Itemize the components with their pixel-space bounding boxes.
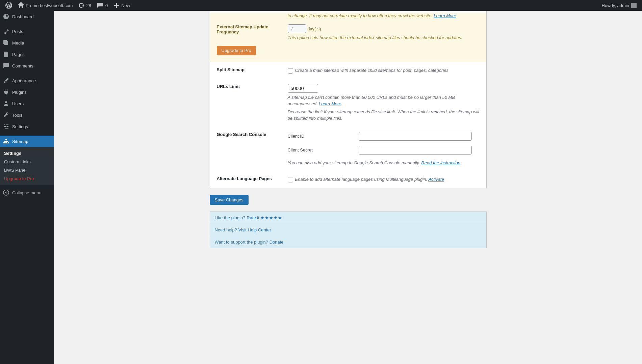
client-secret-label: Client Secret — [288, 147, 359, 152]
wp-logo[interactable] — [3, 0, 15, 11]
page-icon — [3, 51, 9, 58]
limit-input[interactable] — [288, 84, 318, 93]
my-account[interactable]: Howdy, admin — [599, 0, 639, 11]
comment-icon — [97, 2, 103, 9]
comments-bubble[interactable]: 0 — [94, 0, 110, 11]
menu-plugins[interactable]: Plugins — [0, 86, 54, 98]
refresh-icon — [78, 2, 85, 9]
pro-zone: to change. It may not correlate exactly … — [210, 12, 486, 62]
donate-link[interactable]: Donate — [269, 240, 284, 245]
footer-boxes: Like the plugin? Rate it ★★★★★ Need help… — [210, 212, 487, 248]
menu-appearance[interactable]: Appearance — [0, 75, 54, 86]
sliders-icon — [3, 123, 9, 130]
dashboard-icon — [3, 13, 9, 20]
split-checkbox-label[interactable]: Create a main sitemap with separate chil… — [288, 68, 449, 73]
needhelp-text: Need help? — [215, 227, 237, 232]
sub-custom-links[interactable]: Custom Links — [0, 158, 54, 166]
submenu-sitemap: Settings Custom Links BWS Panel Upgrade … — [0, 147, 54, 185]
ext-unit-label: day(-s) — [307, 26, 321, 31]
gsc-desc: You can also add your sitemap to Google … — [288, 160, 421, 165]
menu-settings[interactable]: Settings — [0, 121, 54, 132]
limit-desc1: A sitemap file can't contain more than 5… — [288, 95, 455, 107]
split-checkbox[interactable] — [288, 68, 293, 74]
limit-learn-more[interactable]: Learn More — [319, 101, 341, 106]
plus-icon — [113, 2, 120, 9]
menu-users[interactable]: Users — [0, 98, 54, 109]
change-freq-desc: to change. It may not correlate exactly … — [288, 13, 433, 18]
menu-sitemap[interactable]: Sitemap — [0, 136, 54, 147]
donate-box: Want to support the plugin? Donate — [210, 236, 486, 248]
activate-link[interactable]: Activate — [428, 177, 444, 182]
upgrade-button[interactable]: Upgrade to Pro — [217, 46, 256, 55]
collapse-icon — [3, 189, 9, 196]
pin-icon — [3, 28, 9, 35]
menu-pages[interactable]: Pages — [0, 49, 54, 60]
gsc-label: Google Search Console — [217, 132, 288, 166]
home-icon — [18, 2, 24, 9]
collapse-menu[interactable]: Collapse menu — [0, 187, 54, 198]
new-content[interactable]: New — [110, 0, 133, 11]
admin-menu: Dashboard Posts Media Pages Comments App… — [0, 11, 54, 258]
ext-desc: This option sets how often the external … — [288, 34, 480, 41]
support-text: Want to support the plugin? — [215, 240, 268, 245]
alt-desc: Enable to add alternate language pages u… — [295, 177, 428, 182]
site-name[interactable]: Promo bestwebsoft.com — [15, 0, 75, 11]
rate-box: Like the plugin? Rate it ★★★★★ — [210, 212, 486, 224]
read-instruction-link[interactable]: Read the instruction — [421, 160, 460, 165]
comment-icon — [3, 62, 9, 69]
help-center-link[interactable]: Visit Help Center — [238, 227, 271, 232]
menu-tools[interactable]: Tools — [0, 109, 54, 121]
sub-settings[interactable]: Settings — [0, 149, 54, 158]
alt-checkbox — [288, 177, 293, 183]
menu-posts[interactable]: Posts — [0, 26, 54, 37]
menu-comments[interactable]: Comments — [0, 60, 54, 72]
split-desc: Create a main sitemap with separate chil… — [295, 68, 449, 73]
brush-icon — [3, 77, 9, 84]
sub-bws-panel[interactable]: BWS Panel — [0, 166, 54, 174]
stars-icon[interactable]: ★★★★★ — [260, 215, 282, 220]
admin-bar: Promo bestwebsoft.com 28 0 New Howdy, ad… — [0, 0, 642, 11]
ext-days-input — [288, 24, 306, 33]
client-id-input[interactable] — [359, 132, 472, 141]
ext-sitemap-label: External Sitemap Update Frequency — [217, 24, 288, 41]
media-icon — [3, 39, 9, 46]
sub-upgrade[interactable]: Upgrade to Pro — [0, 174, 54, 183]
menu-dashboard[interactable]: Dashboard — [0, 11, 54, 22]
updates[interactable]: 28 — [75, 0, 94, 11]
like-text: Like the plugin? — [215, 215, 246, 220]
menu-media[interactable]: Media — [0, 37, 54, 49]
user-icon — [3, 100, 9, 107]
limit-desc2: Decrease the limit if your sitemap excee… — [288, 109, 480, 122]
settings-panel: to change. It may not correlate exactly … — [210, 11, 487, 188]
help-box: Need help? Visit Help Center — [210, 224, 486, 236]
avatar — [631, 3, 637, 8]
sitemap-icon — [3, 138, 9, 145]
split-label: Split Sitemap — [217, 67, 288, 74]
alt-label: Alternate Language Pages — [217, 176, 288, 183]
learn-more-link[interactable]: Learn More — [434, 13, 456, 18]
limit-label: URLs Limit — [217, 84, 288, 122]
alt-checkbox-label: Enable to add alternate language pages u… — [288, 177, 444, 182]
save-button[interactable]: Save Changes — [210, 195, 249, 205]
rate-link[interactable]: Rate it — [247, 215, 259, 220]
wrench-icon — [3, 112, 9, 118]
plugin-icon — [3, 89, 9, 95]
client-id-label: Client ID — [288, 134, 359, 139]
client-secret-input[interactable] — [359, 146, 472, 155]
